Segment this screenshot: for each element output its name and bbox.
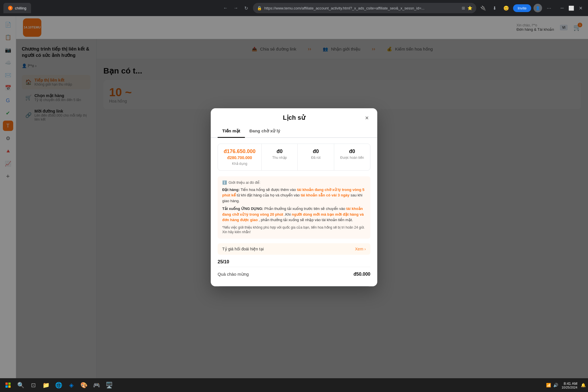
stat-available: đ176.650.000đ280.700.000 Khả dụng <box>218 144 262 170</box>
stat-income-value: đ0 <box>267 148 292 155</box>
extensions-button[interactable]: 🔌 <box>479 3 488 13</box>
profile-button[interactable]: 😊 <box>502 3 511 13</box>
info-section: ℹ️ Giới thiệu ai đó để: Đặt hàng: Tiền h… <box>218 176 370 239</box>
stat-withdrawn-value: đ0 <box>303 148 328 155</box>
tab-bar: T chilling <box>3 3 218 13</box>
info-heading: ℹ️ Giới thiệu ai đó để: <box>222 180 366 185</box>
modal-title: Lịch sử <box>283 114 305 121</box>
start-button[interactable] <box>2 379 14 391</box>
menu-button[interactable]: ⋯ <box>544 3 554 13</box>
tab-cash[interactable]: Tiền mặt <box>218 126 245 138</box>
info-download-prefix: Tải xuống ỨNG DỤNG: <box>222 206 263 211</box>
browser-avatar[interactable]: 👤 <box>533 4 542 12</box>
info-order-prefix: Đặt hàng: <box>222 188 240 192</box>
back-button[interactable]: ← <box>221 3 230 13</box>
taskbar-search[interactable]: 🔍 <box>15 379 26 391</box>
system-icons: 📶 🔊 <box>546 383 558 387</box>
info-icon: ℹ️ <box>222 180 227 185</box>
modal-overlay: Lịch sử × Tiền mặt Đang chờ xử lý đ176.6… <box>0 16 588 378</box>
stat-withdrawn: đ0 Đã rút <box>298 144 334 170</box>
history-item-label: Quà chào mừng <box>218 272 249 277</box>
tab-label: chilling <box>15 6 26 10</box>
info-note: *Nếu việc giới thiệu không phù hợp với q… <box>222 225 366 235</box>
taskbar-clock[interactable]: 8:41 AM 10/25/2024 <box>562 381 577 389</box>
taskbar-taskview[interactable]: ⊡ <box>28 379 39 391</box>
taskbar: 🔍 ⊡ 📁 🌐 ◈ 🎨 🎮 🖥️ 📶 🔊 8:41 AM 10/25/2024 … <box>0 378 588 392</box>
pagination-row: 25/10 <box>218 259 370 264</box>
exchange-label: Tỷ giá hối đoái hiện tại <box>222 247 264 251</box>
history-item-welcome: Quà chào mừng đ50.000 <box>218 267 370 281</box>
invite-button[interactable]: Invite <box>513 4 531 12</box>
notification-icon[interactable]: 🔔 <box>581 383 586 387</box>
taskbar-browser[interactable]: 🌐 <box>53 379 64 391</box>
active-tab[interactable]: T chilling <box>3 3 31 13</box>
tab-pending[interactable]: Đang chờ xử lý <box>245 126 285 138</box>
tab-favicon: T <box>8 6 13 10</box>
browser-actions: 🔌 ⬇ 😊 Invite 👤 ⋯ <box>479 3 554 13</box>
modal: Lịch sử × Tiền mặt Đang chờ xử lý đ176.6… <box>211 108 377 286</box>
browser-nav: ← → ↻ <box>221 3 251 13</box>
volume-icon: 🔊 <box>553 383 558 387</box>
taskbar-app3[interactable]: 🖥️ <box>103 379 115 391</box>
reload-button[interactable]: ↻ <box>241 3 251 13</box>
url-text: https://www.temu.com/affiliate_account_a… <box>264 6 424 10</box>
taskbar-app2[interactable]: 🎮 <box>91 379 102 391</box>
clock-time: 8:41 AM <box>562 381 577 386</box>
taskbar-app1[interactable]: 🎨 <box>78 379 90 391</box>
restore-button[interactable]: ⬜ <box>567 4 575 12</box>
modal-header: Lịch sử × <box>211 108 377 121</box>
stat-available-label: Khả dụng <box>224 162 256 166</box>
exchange-link[interactable]: Xem › <box>355 247 366 251</box>
stat-income: đ0 Thu nhập <box>262 144 298 170</box>
browser-chrome: T chilling ← → ↻ 🔒 https://www.temu.com/… <box>0 0 588 16</box>
exchange-row: Tỷ giá hối đoái hiện tại Xem › <box>218 243 370 255</box>
wifi-icon: 📶 <box>546 383 551 387</box>
exchange-arrow: › <box>364 247 366 251</box>
info-row-download: Tải xuống ỨNG DỤNG: Phần thưởng tải xuốn… <box>222 206 366 223</box>
stat-refunded-value: đ0 <box>340 148 364 155</box>
stat-refunded-label: Được hoàn tiền <box>340 156 364 160</box>
download-button[interactable]: ⬇ <box>490 3 499 13</box>
stat-income-label: Thu nhập <box>267 156 292 160</box>
window-controls: ─ ⬜ ✕ <box>558 4 585 12</box>
stat-refunded: đ0 Được hoàn tiền <box>334 144 370 170</box>
close-button[interactable]: ✕ <box>577 4 585 12</box>
minimize-button[interactable]: ─ <box>558 4 566 12</box>
address-bar[interactable]: 🔒 https://www.temu.com/affiliate_account… <box>253 3 476 13</box>
taskbar-right: 📶 🔊 8:41 AM 10/25/2024 🔔 <box>546 381 586 389</box>
info-link-available-3days[interactable]: tài khoản sẵn có vài 3 ngày <box>301 193 349 197</box>
page-wrapper: 📄 📋 📷 ☁️ ✉️ 📅 G ✔ T ⚙ 🔺 📈 + 14.10 TEMU X… <box>0 16 588 378</box>
windows-icon <box>5 383 11 388</box>
modal-close-button[interactable]: × <box>362 113 372 123</box>
modal-tabs: Tiền mặt Đang chờ xử lý <box>211 121 377 138</box>
history-item-value: đ50.000 <box>353 272 370 277</box>
forward-button[interactable]: → <box>231 3 240 13</box>
taskbar-explorer[interactable]: 📁 <box>40 379 52 391</box>
clock-date: 10/25/2024 <box>562 386 577 389</box>
stats-row: đ176.650.000đ280.700.000 Khả dụng đ0 Thu… <box>218 144 370 171</box>
info-row-order: Đặt hàng: Tiền hoa hồng sẽ được thêm vào… <box>222 187 366 204</box>
stat-available-value: đ176.650.000đ280.700.000 <box>224 148 256 161</box>
taskbar-edge[interactable]: ◈ <box>65 379 77 391</box>
stat-withdrawn-label: Đã rút <box>303 156 328 160</box>
